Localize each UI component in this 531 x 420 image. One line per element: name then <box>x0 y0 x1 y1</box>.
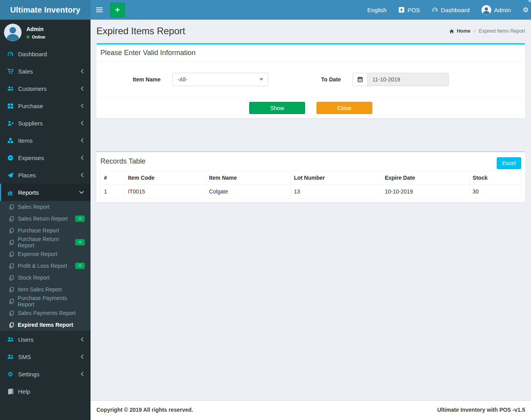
column-header-lot-number: Lot Number <box>290 171 381 185</box>
breadcrumb-home-link[interactable]: Home <box>457 28 471 34</box>
copy-icon <box>9 204 15 210</box>
item-name-select[interactable]: -All- <box>172 73 268 86</box>
copy-icon <box>9 298 15 304</box>
chevron-left-icon <box>81 173 84 177</box>
grid-icon <box>7 103 14 109</box>
tachometer-icon <box>7 51 14 57</box>
sidebar-item-sms[interactable]: SMS <box>0 348 91 365</box>
copy-icon <box>9 287 15 293</box>
calendar-addon[interactable] <box>353 73 367 86</box>
show-button[interactable]: Show <box>249 102 305 114</box>
sidebar-item-sales[interactable]: Sales <box>0 63 91 80</box>
to-date-input[interactable] <box>367 73 449 86</box>
cell-stock: 30 <box>469 185 521 199</box>
filter-actions: Show Close <box>96 97 525 118</box>
users-icon <box>7 85 14 92</box>
cell-item-name: Colgate <box>205 185 290 199</box>
bar-chart-icon <box>7 189 14 196</box>
sidebar-item-suppliers[interactable]: Suppliers <box>0 114 91 132</box>
avatar <box>4 24 22 41</box>
sidebar-subitem-sales-payments-report[interactable]: Sales Payments Report <box>0 307 91 319</box>
sidebar-subitem-stock-report[interactable]: Stock Report <box>0 272 91 284</box>
page-title: Expired Items Report <box>96 26 185 37</box>
paper-plane-icon <box>7 172 14 179</box>
sidebar-item-settings[interactable]: ⚙ Settings <box>0 365 91 383</box>
copy-icon <box>9 275 15 281</box>
cart-icon <box>7 68 14 75</box>
page-footer: Copyright © 2019 All rights reserved. Ul… <box>91 400 531 420</box>
close-button[interactable]: Close <box>316 102 372 114</box>
chevron-left-icon <box>81 155 84 160</box>
sidebar-item-customers[interactable]: Customers <box>0 80 91 97</box>
minus-circle-icon <box>7 155 14 161</box>
plus-square-icon <box>398 7 405 13</box>
user-menu[interactable]: Admin <box>475 0 517 20</box>
sidebar-subitem-purchase-report[interactable]: Purchase Report <box>0 225 91 236</box>
sidebar-subitem-profit-loss-report[interactable]: Profit & Loss Report ☆ <box>0 260 91 272</box>
reports-submenu: Sales Report Sales Return Report ☆ Purch… <box>0 201 91 331</box>
version-text: Ultimate Inventory with POS -v1.5 <box>437 407 525 413</box>
sidebar-subitem-purchase-return-report[interactable]: Purchase Return Report ☆ <box>0 236 91 248</box>
sidebar-item-dashboard[interactable]: Dashboard <box>0 45 91 63</box>
breadcrumb-separator: > <box>473 28 476 34</box>
filter-panel: Please Enter Valid Information Item Name… <box>96 43 525 118</box>
navbar-left: + <box>91 0 125 20</box>
chevron-down-icon <box>79 191 84 194</box>
sidebar-item-help[interactable]: Help <box>0 383 91 400</box>
gear-icon: ⚙ <box>7 371 14 378</box>
sidebar-item-places[interactable]: Places <box>0 166 91 184</box>
users-icon <box>7 354 14 360</box>
content-header: Expired Items Report Home > Expired Item… <box>91 20 531 39</box>
settings-menu[interactable]: ⚙ ⚙ <box>517 0 531 20</box>
pos-link[interactable]: POS <box>392 0 426 20</box>
to-date-group <box>353 73 449 86</box>
avatar <box>481 5 491 15</box>
copyright-text: Copyright © 2019 All rights reserved. <box>96 407 193 413</box>
sidebar-item-items[interactable]: Items <box>0 132 91 149</box>
sidebar-subitem-item-sales-report[interactable]: Item Sales Report <box>0 284 91 295</box>
plus-icon: + <box>115 5 120 14</box>
user-status: Online <box>32 35 45 39</box>
top-navbar: Ultimate Inventory + English POS Dashboa… <box>0 0 531 20</box>
sidebar-item-reports[interactable]: Reports <box>0 184 91 201</box>
sidebar-item-users[interactable]: Users <box>0 331 91 348</box>
dashboard-link[interactable]: Dashboard <box>426 0 475 20</box>
book-icon <box>7 388 14 395</box>
hamburger-icon <box>96 7 103 8</box>
language-menu[interactable]: English <box>361 0 392 20</box>
chevron-left-icon <box>81 69 84 74</box>
sidebar-item-purchase[interactable]: Purchase <box>0 97 91 114</box>
sidebar-item-expenses[interactable]: Expenses <box>0 149 91 166</box>
navbar-right: English POS Dashboard Admin ⚙ ⚙ <box>361 0 531 20</box>
item-name-label: Item Name <box>96 76 161 83</box>
filter-panel-title: Please Enter Valid Information <box>96 44 525 62</box>
star-badge: ☆ <box>75 216 85 222</box>
sidebar-subitem-expired-items-report[interactable]: Expired Items Report <box>0 319 91 331</box>
breadcrumb-current: Expired Items Report <box>479 28 525 34</box>
content-wrapper: Expired Items Report Home > Expired Item… <box>91 20 531 420</box>
cell-num: 1 <box>101 185 125 199</box>
table-header-row: # Item Code Item Name Lot Number Expire … <box>101 171 521 185</box>
star-badge: ☆ <box>75 263 85 269</box>
to-date-label: To Date <box>268 76 341 83</box>
brand-logo[interactable]: Ultimate Inventory <box>0 0 91 20</box>
column-header-num: # <box>101 171 125 185</box>
chevron-left-icon <box>81 103 84 108</box>
sidebar-toggle-button[interactable] <box>91 0 108 20</box>
cell-item-code: IT0015 <box>124 185 205 199</box>
chevron-left-icon <box>81 121 84 125</box>
sidebar-subitem-expense-report[interactable]: Expense Report <box>0 248 91 260</box>
table-row: 1 IT0015 Colgate 13 10-10-2019 30 <box>101 185 521 199</box>
caret-down-icon <box>259 78 263 81</box>
quick-add-button[interactable]: + <box>110 3 125 17</box>
chevron-left-icon <box>81 337 84 342</box>
sidebar-menu: Dashboard Sales Customers Purchase <box>0 45 91 400</box>
calendar-icon <box>357 76 363 83</box>
records-panel: Records Table Excel # Item Code Item Nam… <box>96 151 525 203</box>
sidebar-subitem-purchase-payments-report[interactable]: Purchase Payments Report <box>0 295 91 307</box>
sidebar-subitem-sales-return-report[interactable]: Sales Return Report ☆ <box>0 213 91 225</box>
column-header-stock: Stock <box>469 171 521 185</box>
excel-export-button[interactable]: Excel <box>497 157 521 169</box>
sidebar-subitem-sales-report[interactable]: Sales Report <box>0 201 91 213</box>
copy-icon <box>9 239 15 245</box>
